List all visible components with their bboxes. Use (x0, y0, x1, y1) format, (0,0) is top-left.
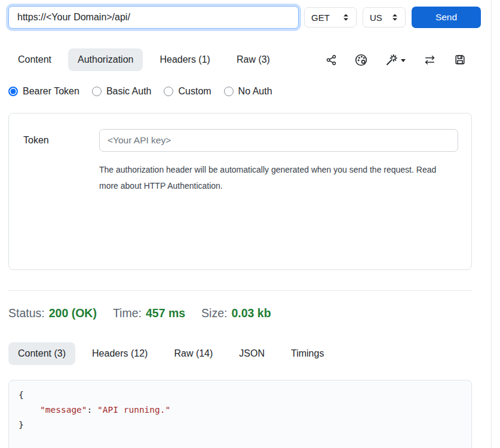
request-bar: GET US Send (8, 6, 481, 29)
json-separator: : (87, 405, 97, 415)
tab-headers[interactable]: Headers (1) (150, 48, 219, 71)
status-value: 200 (OK) (49, 306, 97, 320)
section-divider (8, 290, 472, 291)
code-line: } (19, 418, 462, 432)
radio-label: Bearer Token (23, 86, 79, 97)
send-button[interactable]: Send (412, 7, 481, 28)
radio-label: Custom (178, 86, 211, 97)
tab-response-timings[interactable]: Timings (281, 342, 333, 365)
size-value: 0.03 kb (231, 306, 271, 320)
time-pair: Time:457 ms (113, 306, 185, 320)
radio-custom[interactable]: Custom (164, 86, 211, 97)
radio-icon (92, 87, 102, 96)
size-label: Size: (201, 306, 227, 320)
page-right-divider (491, 0, 492, 448)
select-updown-icon (342, 13, 349, 22)
token-label: Token (23, 129, 99, 269)
tab-content[interactable]: Content (8, 48, 61, 71)
response-tab-row: Content (3) Headers (12) Raw (14) JSON T… (8, 342, 466, 365)
select-updown-icon (391, 13, 398, 22)
chevron-down-icon (401, 59, 406, 62)
tab-response-raw[interactable]: Raw (14) (164, 342, 222, 365)
time-value: 457 ms (146, 306, 185, 320)
radio-label: Basic Auth (106, 86, 152, 97)
radio-basic-auth[interactable]: Basic Auth (92, 86, 152, 97)
radio-no-auth[interactable]: No Auth (224, 86, 272, 97)
code-line: "message": "API running." (19, 403, 462, 418)
response-summary: Status:200 (OK) Time:457 ms Size:0.03 kb (8, 306, 481, 320)
radio-bearer-token[interactable]: Bearer Token (8, 86, 79, 97)
response-body-block: { "message": "API running." } (8, 380, 472, 448)
json-value: "API running." (97, 405, 170, 415)
request-toolbar (326, 54, 466, 66)
tab-response-headers[interactable]: Headers (12) (82, 342, 157, 365)
api-client-page: GET US Send Content Authorization Header… (0, 0, 500, 448)
radio-icon (164, 87, 173, 96)
status-label: Status: (8, 306, 45, 320)
tab-raw[interactable]: Raw (3) (227, 48, 280, 71)
radio-selected-icon (8, 87, 18, 96)
tab-authorization[interactable]: Authorization (68, 48, 143, 71)
method-select-value: GET (311, 13, 330, 23)
auth-type-options: Bearer Token Basic Auth Custom No Auth (8, 86, 481, 97)
response-json-code: { "message": "API running." } (19, 388, 462, 432)
region-select-value: US (370, 13, 382, 23)
status-pair: Status:200 (OK) (8, 306, 97, 320)
radio-icon (224, 87, 234, 96)
token-input[interactable] (99, 129, 458, 152)
code-line: { (19, 388, 462, 403)
save-icon[interactable] (454, 54, 466, 66)
tab-response-content[interactable]: Content (3) (8, 342, 75, 365)
radio-label: No Auth (238, 86, 272, 97)
palette-icon[interactable] (355, 54, 367, 66)
json-key: "message" (40, 405, 87, 415)
method-select[interactable]: GET (304, 7, 357, 27)
token-panel: Token The authorization header will be a… (8, 113, 472, 270)
size-pair: Size:0.03 kb (201, 306, 271, 320)
request-tab-row: Content Authorization Headers (1) Raw (3… (8, 48, 466, 71)
time-label: Time: (113, 306, 142, 320)
tab-response-json[interactable]: JSON (229, 342, 274, 365)
swap-arrows-icon[interactable] (424, 54, 436, 66)
url-input[interactable] (8, 6, 299, 29)
token-helper-text: The authorization header will be automat… (99, 162, 458, 194)
share-icon[interactable] (326, 54, 337, 66)
magic-wand-dropdown-icon[interactable] (385, 54, 406, 66)
region-select[interactable]: US (363, 7, 406, 27)
